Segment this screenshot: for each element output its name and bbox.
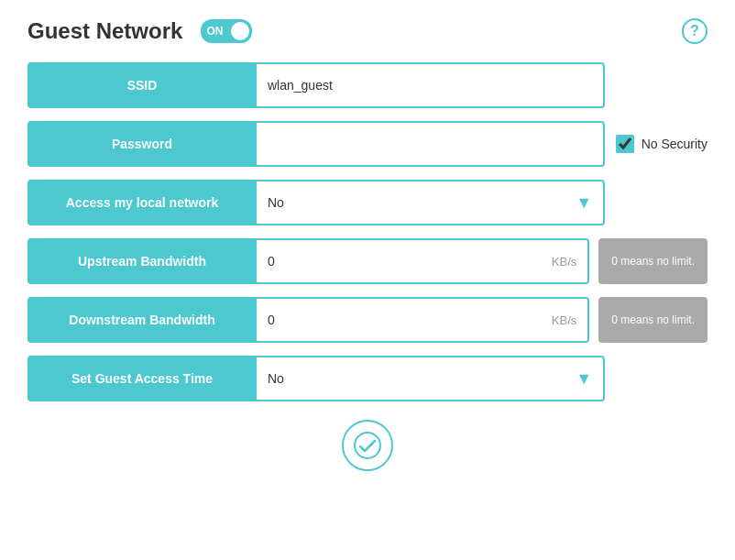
access-local-network-row: Access my local network No ▼ (27, 180, 708, 225)
access-local-network-value: No (268, 195, 576, 210)
toggle-label: ON (206, 25, 223, 38)
save-button-container (27, 420, 708, 471)
ssid-label: SSID (27, 62, 257, 108)
upstream-bandwidth-unit: KB/s (552, 255, 576, 269)
downstream-bandwidth-input[interactable] (268, 313, 323, 327)
upstream-bandwidth-hint: 0 means no limit. (598, 238, 708, 284)
downstream-bandwidth-field: KB/s (257, 297, 589, 343)
no-security-checkbox[interactable] (616, 135, 634, 153)
upstream-bandwidth-input[interactable] (268, 254, 323, 269)
ssid-input[interactable] (257, 62, 605, 108)
guest-access-time-row: Set Guest Access Time No ▼ (27, 356, 708, 401)
guest-network-toggle[interactable]: ON (201, 19, 252, 43)
dropdown-arrow-icon: ▼ (576, 193, 592, 213)
downstream-bandwidth-unit: KB/s (552, 313, 576, 327)
guest-access-time-dropdown-arrow-icon: ▼ (576, 369, 592, 389)
page-title: Guest Network (27, 18, 182, 44)
no-security-label: No Security (642, 137, 708, 151)
guest-access-time-select[interactable]: No ▼ (257, 356, 605, 401)
toggle-knob (231, 22, 249, 40)
downstream-bandwidth-row: Downstream Bandwidth KB/s 0 means no lim… (27, 297, 708, 343)
access-local-network-label: Access my local network (27, 180, 257, 225)
upstream-bandwidth-label: Upstream Bandwidth (27, 238, 257, 284)
upstream-bandwidth-row: Upstream Bandwidth KB/s 0 means no limit… (27, 238, 708, 284)
help-icon[interactable]: ? (682, 18, 708, 44)
downstream-bandwidth-label: Downstream Bandwidth (27, 297, 257, 343)
guest-access-time-value: No (268, 371, 576, 386)
downstream-bandwidth-hint: 0 means no limit. (598, 297, 708, 343)
password-label: Password (27, 121, 257, 167)
ssid-row: SSID (27, 62, 708, 108)
guest-access-time-label: Set Guest Access Time (27, 356, 257, 401)
upstream-bandwidth-field: KB/s (257, 238, 589, 284)
no-security-container: No Security (616, 135, 708, 153)
password-row: Password No Security (27, 121, 708, 167)
save-button[interactable] (342, 420, 393, 471)
access-local-network-select[interactable]: No ▼ (257, 180, 605, 225)
svg-point-0 (355, 433, 380, 458)
password-input[interactable] (257, 121, 605, 167)
